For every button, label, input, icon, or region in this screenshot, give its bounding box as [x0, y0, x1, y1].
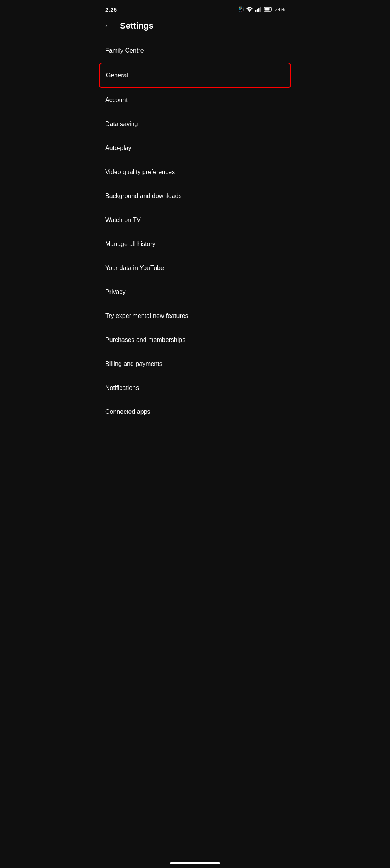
status-bar: 2:25 📳 74%	[98, 0, 292, 17]
svg-rect-6	[264, 8, 269, 11]
menu-item-watch-on-tv[interactable]: Watch on TV	[98, 208, 292, 232]
menu-item-family-centre[interactable]: Family Centre	[98, 39, 292, 63]
menu-item-auto-play[interactable]: Auto-play	[98, 136, 292, 160]
menu-item-manage-history[interactable]: Manage all history	[98, 232, 292, 256]
menu-item-purchases[interactable]: Purchases and memberships	[98, 328, 292, 352]
svg-rect-2	[258, 8, 259, 12]
back-button[interactable]: ←	[104, 21, 112, 31]
menu-item-notifications[interactable]: Notifications	[98, 376, 292, 400]
signal-icon	[255, 7, 262, 12]
settings-menu: Family CentreGeneralAccountData savingAu…	[98, 39, 292, 424]
page-title: Settings	[120, 21, 154, 31]
status-icons: 📳 74%	[237, 6, 285, 12]
menu-item-general[interactable]: General	[99, 63, 291, 88]
menu-item-connected-apps[interactable]: Connected apps	[98, 400, 292, 424]
battery-icon	[264, 7, 272, 12]
menu-item-account[interactable]: Account	[98, 88, 292, 112]
menu-item-video-quality[interactable]: Video quality preferences	[98, 160, 292, 184]
menu-item-experimental[interactable]: Try experimental new features	[98, 304, 292, 328]
vibrate-icon: 📳	[237, 6, 244, 12]
battery-percent: 74%	[275, 7, 285, 12]
svg-rect-0	[255, 10, 256, 12]
status-time: 2:25	[105, 6, 117, 13]
menu-item-data-saving[interactable]: Data saving	[98, 112, 292, 136]
menu-item-background-downloads[interactable]: Background and downloads	[98, 184, 292, 208]
svg-rect-1	[257, 9, 258, 12]
menu-item-billing[interactable]: Billing and payments	[98, 352, 292, 376]
menu-item-your-data[interactable]: Your data in YouTube	[98, 256, 292, 280]
menu-item-privacy[interactable]: Privacy	[98, 280, 292, 304]
wifi-icon	[246, 7, 253, 12]
settings-header: ← Settings	[98, 17, 292, 39]
svg-rect-5	[271, 9, 272, 10]
svg-rect-3	[260, 7, 261, 12]
